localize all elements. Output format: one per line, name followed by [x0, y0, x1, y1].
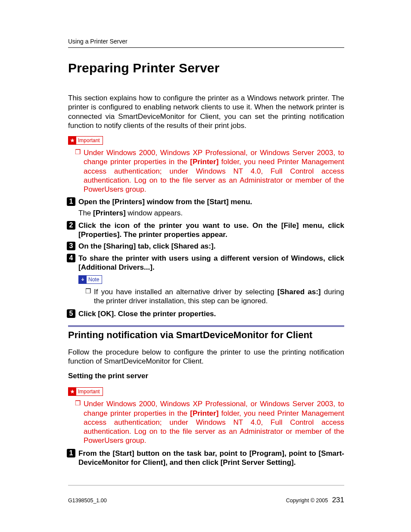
copyright: Copyright © 2005 [286, 498, 328, 504]
step-4-note-block: Note If you have installed an alternativ… [78, 273, 344, 306]
note-callout: Note [78, 275, 102, 284]
arrow-down-icon [79, 276, 87, 283]
star-icon [68, 388, 76, 395]
svg-marker-0 [70, 138, 75, 143]
step-5: 5 Click [OK]. Close the printer properti… [68, 309, 344, 318]
step-1-result: The [Printers] window appears. [78, 208, 344, 218]
note-list: If you have installed an alternative dri… [78, 287, 344, 306]
page-title: Preparing Printer Server [68, 61, 344, 75]
step-number-icon: 2 [67, 221, 75, 230]
step-3: 3 On the [Sharing] tab, click [Shared as… [68, 242, 344, 251]
page-footer: G1398505_1.00 Copyright © 2005 231 [68, 496, 344, 504]
section-heading: Printing notification via SmartDeviceMon… [68, 330, 344, 341]
running-head: Using a Printer Server [68, 38, 344, 45]
footer-right: Copyright © 2005 231 [286, 496, 344, 504]
section-intro: Follow the procedure below to configure … [68, 348, 344, 366]
step-1: 1 Open the [Printers] window from the [S… [68, 197, 344, 206]
step-number-icon: 1 [67, 449, 75, 457]
important-list: Under Windows 2000, Windows XP Professio… [68, 148, 344, 194]
note-item: If you have installed an alternative dri… [78, 287, 344, 306]
page-number: 231 [332, 496, 344, 504]
step-number-icon: 5 [67, 309, 75, 318]
important-callout: Important [68, 387, 103, 396]
important-label: Important [76, 137, 103, 144]
subsection-heading: Setting the print server [68, 372, 344, 380]
star-icon [68, 137, 76, 144]
svg-marker-1 [70, 389, 75, 394]
section-divider [68, 325, 344, 327]
step-number-icon: 4 [67, 254, 75, 262]
document-page: Using a Printer Server Preparing Printer… [0, 0, 411, 530]
important-item: Under Windows 2000, Windows XP Professio… [68, 399, 344, 445]
step-number-icon: 1 [67, 197, 75, 206]
important-label: Important [76, 388, 103, 395]
step-4: 4 To share the printer with users using … [68, 254, 344, 272]
step-2: 2 Click the icon of the printer you want… [68, 221, 344, 240]
important-callout: Important [68, 136, 103, 145]
note-label: Note [87, 276, 102, 283]
footer-rule [68, 485, 344, 485]
important-item: Under Windows 2000, Windows XP Professio… [68, 148, 344, 194]
section2-step-1: 1 From the [Start] button on the task ba… [68, 449, 344, 467]
header-rule [68, 47, 344, 48]
doc-id: G1398505_1.00 [68, 498, 107, 504]
step-number-icon: 3 [67, 242, 75, 250]
intro-paragraph: This section explains how to configure t… [68, 93, 344, 130]
important-list-2: Under Windows 2000, Windows XP Professio… [68, 399, 344, 445]
